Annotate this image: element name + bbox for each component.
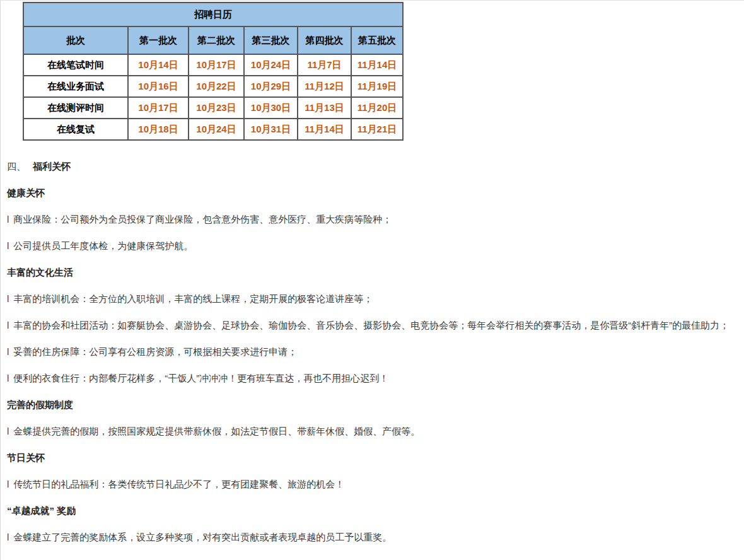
date-cell: 11月19日 bbox=[351, 76, 403, 97]
bullet-paid-leave: l金蝶提供完善的假期，按照国家规定提供带薪休假，如法定节假日、带薪年休假、婚假、… bbox=[7, 423, 740, 440]
table-title: 招聘日历 bbox=[23, 3, 403, 26]
table-row-final-interview: 在线复试 10月18日 10月24日 10月31日 11月14日 11月21日 bbox=[23, 119, 403, 140]
bullet-text: 金蝶提供完善的假期，按照国家规定提供带薪休假，如法定节假日、带薪年休假、婚假、产… bbox=[13, 426, 420, 436]
section-title-welfare: 四、福利关怀 bbox=[7, 158, 740, 175]
col-header-batch-2: 第二批次 bbox=[189, 26, 244, 54]
benefits-section: 四、福利关怀 健康关怀 l商业保险：公司额外为全员投保了商业保险，包含意外伤害、… bbox=[1, 141, 744, 546]
col-header-batch: 批次 bbox=[23, 26, 128, 54]
bullet-housing: l妥善的住房保障：公司享有公租房资源，可根据相关要求进行申请； bbox=[7, 343, 740, 361]
date-cell: 11月14日 bbox=[351, 54, 403, 76]
bullet-text: 丰富的协会和社团活动：如赛艇协会、桌游协会、足球协会、瑜伽协会、音乐协会、摄影协… bbox=[13, 320, 729, 330]
document-page: 招聘日历 批次 第一批次 第二批次 第三批次 第四批次 第五批次 在线笔试时间 … bbox=[0, 0, 744, 560]
heading-vacation-system: 完善的假期制度 bbox=[7, 396, 740, 414]
date-cell: 11月21日 bbox=[351, 119, 403, 140]
date-cell: 11月20日 bbox=[351, 97, 403, 119]
date-cell: 10月14日 bbox=[128, 54, 189, 76]
date-cell: 11月7日 bbox=[298, 54, 351, 76]
table-row-assessment: 在线测评时间 10月17日 10月23日 10月30日 11月13日 11月20… bbox=[23, 97, 403, 119]
bullet-marker: l bbox=[7, 373, 9, 383]
table-row-business-interview: 在线业务面试 10月16日 10月22日 10月29日 11月12日 11月19… bbox=[23, 76, 403, 97]
bullet-text: 妥善的住房保障：公司享有公租房资源，可根据相关要求进行申请； bbox=[13, 346, 297, 357]
col-header-batch-3: 第三批次 bbox=[244, 26, 298, 54]
bullet-marker: l bbox=[7, 346, 9, 357]
row-label: 在线笔试时间 bbox=[23, 54, 128, 76]
bullet-text: 金蝶建立了完善的奖励体系，设立多种奖项，对有突出贡献或者表现卓越的员工予以重奖。 bbox=[13, 532, 392, 542]
bullet-reward-system: l金蝶建立了完善的奖励体系，设立多种奖项，对有突出贡献或者表现卓越的员工予以重奖… bbox=[7, 528, 740, 546]
date-cell: 11月14日 bbox=[298, 119, 351, 140]
table-row-written-test: 在线笔试时间 10月14日 10月17日 10月24日 11月7日 11月14日 bbox=[23, 54, 403, 76]
bullet-marker: l bbox=[7, 293, 9, 304]
date-cell: 10月24日 bbox=[189, 119, 244, 140]
recruitment-calendar-table: 招聘日历 批次 第一批次 第二批次 第三批次 第四批次 第五批次 在线笔试时间 … bbox=[23, 2, 404, 141]
date-cell: 10月29日 bbox=[244, 76, 298, 97]
row-label: 在线复试 bbox=[23, 119, 128, 140]
col-header-batch-4: 第四批次 bbox=[298, 26, 351, 54]
bullet-clubs: l丰富的协会和社团活动：如赛艇协会、桌游协会、足球协会、瑜伽协会、音乐协会、摄影… bbox=[7, 317, 740, 334]
heading-achievement-award: “卓越成就” 奖励 bbox=[7, 502, 740, 520]
bullet-text: 丰富的培训机会：全方位的入职培训，丰富的线上课程，定期开展的极客论道讲座等； bbox=[13, 293, 373, 304]
date-cell: 10月18日 bbox=[128, 119, 189, 140]
section-number: 四、 bbox=[7, 161, 26, 172]
heading-health-care: 健康关怀 bbox=[7, 184, 740, 202]
col-header-batch-1: 第一批次 bbox=[128, 26, 189, 54]
bullet-festival-gifts: l传统节日的礼品福利：各类传统节日礼品少不了，更有团建聚餐、旅游的机会！ bbox=[7, 475, 740, 493]
col-header-batch-5: 第五批次 bbox=[351, 26, 403, 54]
date-cell: 10月17日 bbox=[189, 54, 244, 76]
bullet-marker: l bbox=[7, 320, 9, 330]
bullet-text: 传统节日的礼品福利：各类传统节日礼品少不了，更有团建聚餐、旅游的机会！ bbox=[13, 479, 344, 489]
bullet-food-commute: l便利的衣食住行：内部餐厅花样多，“干饭人”冲冲冲！更有班车直达，再也不用担心迟… bbox=[7, 370, 740, 387]
date-cell: 11月12日 bbox=[298, 76, 351, 97]
bullet-text: 公司提供员工年度体检，为健康保驾护航。 bbox=[13, 240, 193, 251]
heading-festival-care: 节日关怀 bbox=[7, 449, 740, 467]
table-header-row: 批次 第一批次 第二批次 第三批次 第四批次 第五批次 bbox=[23, 26, 403, 54]
bullet-marker: l bbox=[7, 426, 9, 436]
bullet-marker: l bbox=[7, 532, 9, 542]
section-title-text: 福利关怀 bbox=[33, 161, 71, 172]
bullet-text: 便利的衣食住行：内部餐厅花样多，“干饭人”冲冲冲！更有班车直达，再也不用担心迟到… bbox=[13, 373, 388, 383]
bullet-training: l丰富的培训机会：全方位的入职培训，丰富的线上课程，定期开展的极客论道讲座等； bbox=[7, 290, 740, 308]
date-cell: 11月13日 bbox=[298, 97, 351, 119]
row-label: 在线业务面试 bbox=[23, 76, 128, 97]
bullet-marker: l bbox=[7, 479, 9, 489]
bullet-commercial-insurance: l商业保险：公司额外为全员投保了商业保险，包含意外伤害、意外医疗、重大疾病等险种… bbox=[7, 211, 740, 228]
bullet-text: 商业保险：公司额外为全员投保了商业保险，包含意外伤害、意外医疗、重大疾病等险种； bbox=[13, 214, 392, 225]
date-cell: 10月16日 bbox=[128, 76, 189, 97]
date-cell: 10月30日 bbox=[244, 97, 298, 119]
heading-cultural-life: 丰富的文化生活 bbox=[7, 264, 740, 281]
bullet-marker: l bbox=[7, 214, 9, 225]
date-cell: 10月17日 bbox=[128, 97, 189, 119]
bullet-marker: l bbox=[7, 240, 9, 251]
row-label: 在线测评时间 bbox=[23, 97, 128, 119]
table-title-row: 招聘日历 bbox=[23, 3, 403, 26]
bullet-annual-checkup: l公司提供员工年度体检，为健康保驾护航。 bbox=[7, 237, 740, 255]
date-cell: 10月22日 bbox=[189, 76, 244, 97]
date-cell: 10月31日 bbox=[244, 119, 298, 140]
date-cell: 10月23日 bbox=[189, 97, 244, 119]
date-cell: 10月24日 bbox=[244, 54, 298, 76]
